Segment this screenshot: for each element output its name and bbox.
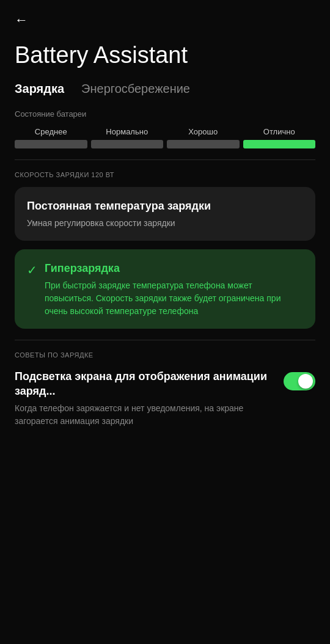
tips-section: СОВЕТЫ ПО ЗАРЯДКЕ Подсветка экрана для о…	[15, 351, 315, 428]
back-button[interactable]: ←	[15, 12, 28, 28]
divider-2	[15, 340, 315, 340]
divider-1	[15, 159, 315, 160]
tab-power-saving[interactable]: Энергосбережение	[81, 82, 190, 98]
charging-speed-section: СКОРОСТЬ ЗАРЯДКИ 120 ВТ Постоянная темпе…	[15, 171, 315, 329]
tip-screen-animation-desc: Когда телефон заряжается и нет уведомлен…	[15, 402, 274, 428]
battery-status-section: Состояние батареи Среднее Нормально Хоро…	[15, 109, 315, 148]
page-container: ← Battery Assistant Зарядка Энергосбереж…	[0, 0, 330, 447]
check-icon: ✓	[27, 263, 37, 277]
battery-bar-normal: Нормально	[91, 127, 164, 148]
charging-speed-label: СКОРОСТЬ ЗАРЯДКИ 120 ВТ	[15, 171, 315, 178]
tip-row-screen-animation: Подсветка экрана для отображения анимаци…	[15, 370, 315, 428]
tip-screen-animation-title: Подсветка экрана для отображения анимаци…	[15, 370, 274, 398]
option-constant-temp[interactable]: Постоянная температура зарядки Умная рег…	[15, 187, 315, 241]
tip-text-block: Подсветка экрана для отображения анимаци…	[15, 370, 274, 428]
constant-temp-desc: Умная регулировка скорости зарядки	[27, 217, 303, 230]
battery-bar-good: Хорошо	[167, 127, 240, 148]
screen-animation-toggle[interactable]	[284, 372, 315, 390]
hypercharge-title: Гиперзарядка	[45, 262, 303, 276]
top-bar: ←	[15, 0, 315, 34]
battery-bars: Среднее Нормально Хорошо Отлично	[15, 127, 315, 148]
option-hypercharge[interactable]: ✓ Гиперзарядка При быстрой зарядке темпе…	[15, 249, 315, 329]
battery-status-label: Состояние батареи	[15, 109, 315, 119]
constant-temp-title: Постоянная температура зарядки	[27, 199, 303, 213]
bar-average-rect	[15, 140, 87, 148]
tip-toggle-container	[284, 372, 315, 390]
bar-good-rect	[167, 140, 240, 148]
page-title: Battery Assistant	[15, 42, 315, 70]
hypercharge-text: Гиперзарядка При быстрой зарядке темпера…	[45, 262, 303, 318]
bar-excellent-rect	[243, 140, 316, 148]
tab-charging[interactable]: Зарядка	[15, 82, 64, 98]
bar-normal-rect	[91, 140, 164, 148]
tabs-container: Зарядка Энергосбережение	[15, 82, 315, 98]
battery-bar-excellent: Отлично	[243, 127, 316, 148]
hypercharge-row: ✓ Гиперзарядка При быстрой зарядке темпе…	[27, 262, 303, 318]
tips-label: СОВЕТЫ ПО ЗАРЯДКЕ	[15, 351, 315, 359]
toggle-knob	[298, 374, 313, 389]
battery-bar-average: Среднее	[15, 127, 87, 148]
hypercharge-desc: При быстрой зарядке температура телефона…	[45, 279, 303, 318]
